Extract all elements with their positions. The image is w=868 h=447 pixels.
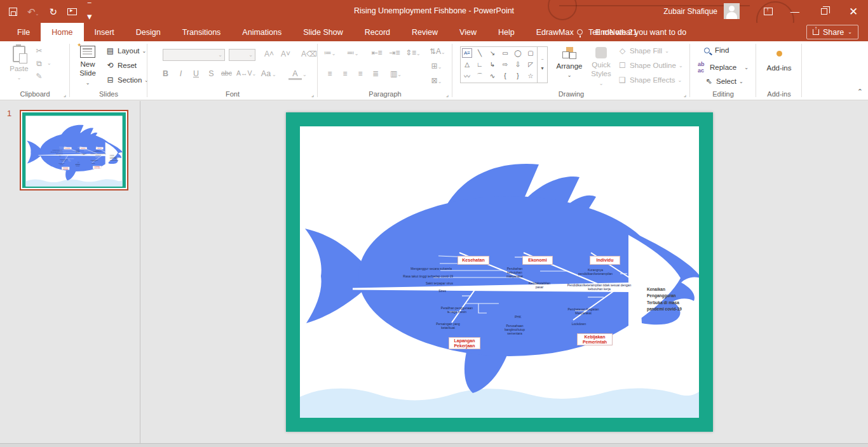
cause-label[interactable]: Ketidakstabilan pasar	[525, 282, 554, 290]
slide-thumbnail[interactable]: Kesehatan Ekonomi Individu Lapangan Peke…	[20, 110, 128, 190]
category-individu[interactable]: Individu	[96, 147, 104, 149]
cause-label[interactable]: Menganggur secara sukarela	[403, 267, 452, 271]
font-color-dropdown[interactable]: ⌄	[302, 72, 307, 77]
category-kesehatan[interactable]: Kesehatan	[458, 256, 489, 265]
cause-label[interactable]: Peralihan penggunaan tenaga mesin	[438, 307, 475, 314]
collapse-ribbon-icon[interactable]: ⌃	[857, 88, 863, 96]
category-lapangan-pekerjaan[interactable]: Lapangan Pekerjaan	[62, 167, 69, 170]
cause-label[interactable]: Stres	[57, 156, 61, 156]
format-painter-icon[interactable]: ✎	[34, 72, 44, 81]
font-color-button[interactable]: A	[288, 69, 302, 80]
shrink-font-button[interactable]: A˅	[278, 50, 293, 58]
cause-label[interactable]: Rasa takut tinggi terhadap covid-19	[48, 152, 63, 152]
cause-label[interactable]: PHK	[78, 162, 80, 163]
tab-record[interactable]: Record	[354, 23, 401, 41]
text-shadow-button[interactable]: S	[205, 69, 218, 78]
select-button[interactable]: ⇖Select⌄	[704, 77, 743, 86]
character-spacing-button[interactable]: A↔V⌄	[236, 69, 250, 77]
smartart-icon[interactable]: ⊠⌄	[430, 76, 444, 85]
decrease-indent-icon[interactable]: ⇤≡	[370, 48, 384, 57]
user-name[interactable]: Zubair Shafique	[663, 7, 717, 16]
ribbon-display-options-icon[interactable]	[764, 8, 773, 15]
cause-label[interactable]: Stres	[430, 290, 446, 293]
tab-view[interactable]: View	[449, 23, 487, 41]
user-avatar[interactable]	[724, 3, 740, 19]
cause-label[interactable]: Perusahaan bangkrut/tutup sementara	[74, 164, 81, 166]
grow-font-button[interactable]: A˄	[262, 50, 276, 58]
cause-label[interactable]: Kurangnya pendidikan/keterampilan	[574, 269, 616, 276]
category-kesehatan[interactable]: Kesehatan	[64, 147, 71, 149]
font-size-combo[interactable]: ⌄	[229, 49, 255, 61]
category-kebijakan-pemerintah[interactable]: Kebijakan Pemerintah	[93, 166, 102, 169]
bullets-icon[interactable]: ≔⌄	[323, 48, 337, 57]
increase-indent-icon[interactable]: ⇥≡	[388, 48, 402, 57]
quick-styles-button[interactable]: Quick Styles⌄	[587, 43, 615, 87]
slide-1[interactable]: Kesehatan Ekonomi Individu Lapangan Peke…	[22, 112, 126, 188]
tab-slideshow[interactable]: Slide Show	[292, 23, 354, 41]
shape-effects-button[interactable]: ❑Shape Effects⌄	[618, 76, 682, 84]
tab-file[interactable]: File	[6, 23, 41, 41]
category-ekonomi[interactable]: Ekonomi	[79, 147, 87, 149]
category-individu[interactable]: Individu	[590, 256, 620, 265]
layout-button[interactable]: ▤Layout⌄	[105, 46, 146, 55]
minimize-button[interactable]: —	[780, 0, 810, 23]
clipboard-dialog-launcher[interactable]: ⌟	[64, 91, 66, 98]
cause-label[interactable]: Ketidakstabilan pasar	[80, 154, 87, 156]
cause-label[interactable]: Perubahan kebutuhan masyarakat	[501, 267, 529, 278]
font-dialog-launcher[interactable]: ⌟	[311, 91, 314, 98]
copy-icon[interactable]: ⧉	[34, 59, 44, 68]
reset-button[interactable]: ⟲Reset	[105, 61, 137, 70]
cause-label[interactable]: Perusahaan bangkrut/tutup sementara	[501, 324, 529, 335]
arrange-button[interactable]: Arrange⌄	[553, 43, 586, 79]
underline-button[interactable]: U	[189, 69, 203, 78]
category-kebijakan-pemerintah[interactable]: Kebijakan Pemerintah	[577, 333, 613, 345]
numbering-icon[interactable]: ≕⌄	[346, 48, 360, 57]
columns-icon[interactable]: ▥⌄	[389, 69, 403, 78]
italic-button[interactable]: I	[174, 69, 187, 78]
cause-label[interactable]: Persaingan yang ketat/kuat	[433, 323, 463, 330]
cause-label[interactable]: Pendidikan/keterampilan tidak sesuai den…	[90, 154, 107, 156]
shapes-more-button[interactable]: ‾▾	[538, 46, 548, 83]
close-button[interactable]: ✕	[839, 0, 868, 23]
align-text-icon[interactable]: ⊞⌄	[430, 62, 444, 70]
shapes-gallery[interactable]: A≡ ╲↘▭◯▢ △∟↳⇨⇩◸ 〰⌒∿{}☆	[460, 46, 538, 83]
paragraph-dialog-launcher[interactable]: ⌟	[446, 91, 449, 98]
effect-label[interactable]: Kenaikan Pengangguran Terbuka di masa pa…	[647, 286, 688, 313]
tab-animations[interactable]: Animations	[231, 23, 292, 41]
tab-home[interactable]: Home	[41, 23, 83, 41]
cut-icon[interactable]: ✂	[34, 46, 44, 55]
replace-button[interactable]: abacReplace⌄	[698, 61, 749, 74]
tab-design[interactable]: Design	[125, 23, 172, 41]
shape-fill-button[interactable]: ◇Shape Fill⌄	[618, 46, 669, 55]
cause-label[interactable]: Pembatasan Kegiatan Masyarakat	[90, 160, 99, 162]
shape-outline-button[interactable]: ☐Shape Outline⌄	[618, 61, 683, 70]
tab-help[interactable]: Help	[487, 23, 526, 41]
cause-label[interactable]: Lockdown	[569, 323, 588, 326]
change-case-button[interactable]: Aa	[259, 69, 273, 78]
tab-insert[interactable]: Insert	[84, 23, 125, 41]
share-button[interactable]: Share ⌄	[806, 25, 858, 39]
strikethrough-button[interactable]: abc	[220, 69, 233, 77]
find-button[interactable]: Find	[704, 46, 729, 54]
cause-label[interactable]: PHK	[515, 316, 526, 319]
addins-button[interactable]: Add-ins	[765, 46, 793, 72]
restore-button[interactable]	[810, 0, 839, 23]
category-lapangan-pekerjaan[interactable]: Lapangan Pekerjaan	[449, 337, 480, 349]
cause-label[interactable]: Kurangnya pendidikan/keterampilan	[92, 150, 102, 152]
drawing-dialog-launcher[interactable]: ⌟	[684, 91, 686, 98]
align-left-icon[interactable]: ≡	[323, 69, 337, 78]
align-center-icon[interactable]: ≡	[338, 69, 352, 78]
text-direction-icon[interactable]: ⇅A⌄	[430, 47, 444, 56]
justify-icon[interactable]: ≣	[369, 69, 383, 78]
cause-label[interactable]: Perubahan kebutuhan masyarakat	[74, 150, 81, 152]
slide-1[interactable]: Kesehatan Ekonomi Individu Lapangan Peke…	[286, 112, 713, 432]
effect-label[interactable]: Kenaikan Pengangguran Terbuka di masa pa…	[110, 154, 120, 161]
section-button[interactable]: ⊟Section⌄	[105, 76, 149, 84]
new-slide-button[interactable]: New Slide ⌄	[72, 41, 103, 86]
align-right-icon[interactable]: ≡	[353, 69, 367, 78]
cause-label[interactable]: Persaingan yang ketat/kuat	[58, 163, 65, 165]
paste-button[interactable]: Paste ⌄	[6, 41, 32, 81]
cause-label[interactable]: Lockdown	[91, 163, 95, 164]
copy-dropdown[interactable]: ⌄	[47, 60, 51, 66]
change-case-dropdown[interactable]: ⌄	[272, 72, 276, 77]
